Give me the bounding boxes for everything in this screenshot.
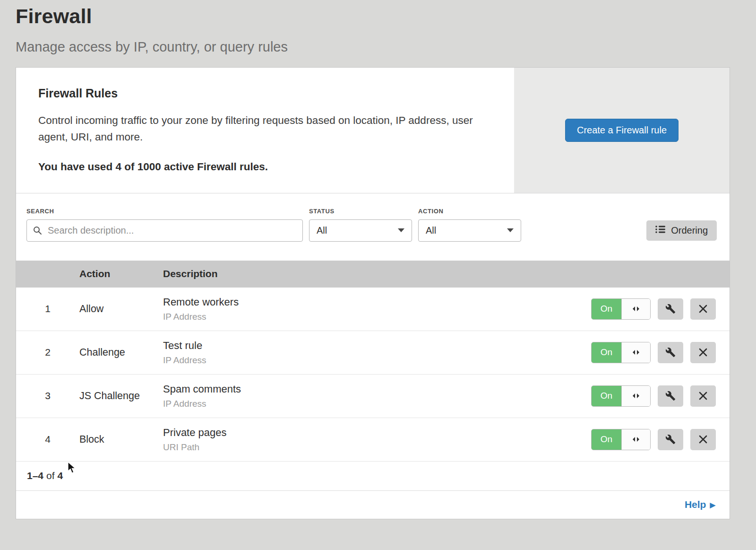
ordering-button-label: Ordering (671, 225, 708, 236)
row-number: 4 (16, 434, 79, 445)
search-box (26, 219, 303, 242)
delete-rule-button[interactable] (690, 342, 716, 363)
table-row: 1 Allow Remote workers IP Address On (16, 288, 730, 331)
row-description: Spam comments IP Address (163, 383, 591, 409)
filter-bar: SEARCH STATUS All ACTION All (16, 193, 730, 261)
help-link-label: Help (685, 499, 706, 510)
status-selected-value: All (317, 225, 327, 236)
toggle-on-label: On (592, 299, 621, 319)
page-subtitle: Manage access by IP, country, or query r… (16, 39, 756, 55)
chevron-down-icon (398, 228, 404, 232)
table-row: 4 Block Private pages URI Path On (16, 418, 730, 462)
row-field-type: URI Path (163, 442, 591, 453)
edit-rule-button[interactable] (658, 385, 683, 407)
table-header: Action Description (16, 261, 730, 288)
left-right-arrows-icon (632, 306, 640, 312)
column-header-action: Action (79, 268, 163, 279)
card-description: Control incoming traffic to your zone by… (38, 113, 485, 146)
row-action: Challenge (79, 347, 163, 358)
row-number: 2 (16, 347, 79, 358)
edit-rule-button[interactable] (658, 298, 683, 320)
delete-rule-button[interactable] (690, 429, 716, 450)
row-field-type: IP Address (163, 355, 591, 366)
row-controls: On (591, 385, 730, 407)
edit-rule-button[interactable] (658, 429, 683, 450)
card-title: Firewall Rules (38, 87, 495, 100)
row-number: 3 (16, 390, 79, 402)
status-select[interactable]: All (309, 219, 412, 242)
help-link[interactable]: Help ▶ (685, 499, 715, 510)
chevron-down-icon (507, 228, 514, 232)
pagination-range: 1–4 (27, 470, 43, 481)
create-firewall-rule-button[interactable]: Create a Firewall rule (565, 119, 679, 142)
card-intro: Firewall Rules Control incoming traffic … (16, 68, 514, 193)
pagination: 1–4 of 4 (16, 462, 730, 491)
delete-rule-button[interactable] (690, 385, 716, 407)
x-icon (699, 305, 707, 313)
left-right-arrows-icon (632, 437, 640, 442)
search-input[interactable] (26, 219, 303, 242)
firewall-rules-card: Firewall Rules Control incoming traffic … (16, 67, 730, 519)
wrench-icon (665, 434, 676, 445)
toggle-on-label: On (592, 386, 621, 406)
row-controls: On (591, 429, 730, 450)
row-description-text: Private pages (163, 427, 591, 439)
card-action-panel: Create a Firewall rule (514, 68, 730, 193)
table-row: 2 Challenge Test rule IP Address On (16, 331, 730, 375)
x-icon (699, 435, 707, 444)
row-controls: On (591, 298, 730, 320)
status-label: STATUS (309, 208, 412, 215)
row-controls: On (591, 342, 730, 363)
row-description: Private pages URI Path (163, 427, 591, 453)
delete-rule-button[interactable] (690, 298, 716, 320)
column-header-description: Description (163, 268, 730, 279)
row-description-text: Test rule (163, 340, 591, 352)
card-top-section: Firewall Rules Control incoming traffic … (16, 68, 730, 193)
toggle-knob[interactable] (621, 342, 650, 363)
rule-enabled-toggle[interactable]: On (591, 298, 651, 320)
pagination-total: 4 (58, 470, 63, 481)
pagination-separator: of (46, 470, 55, 481)
search-icon (33, 226, 42, 237)
toggle-knob[interactable] (621, 429, 650, 450)
search-label: SEARCH (26, 208, 303, 215)
x-icon (699, 392, 707, 400)
rule-enabled-toggle[interactable]: On (591, 342, 651, 363)
row-number: 1 (16, 303, 79, 314)
usage-summary: You have used 4 of 1000 active Firewall … (38, 161, 495, 173)
right-triangle-icon: ▶ (710, 501, 715, 508)
left-right-arrows-icon (632, 349, 640, 355)
table-row: 3 JS Challenge Spam comments IP Address … (16, 375, 730, 418)
toggle-on-label: On (592, 429, 621, 450)
row-description-text: Spam comments (163, 383, 591, 395)
toggle-knob[interactable] (621, 386, 650, 406)
rule-enabled-toggle[interactable]: On (591, 385, 651, 407)
row-action: Allow (79, 303, 163, 315)
wrench-icon (665, 391, 676, 401)
action-filter-group: ACTION All (418, 208, 521, 242)
action-label: ACTION (418, 208, 521, 215)
action-select[interactable]: All (418, 219, 521, 242)
toggle-on-label: On (592, 342, 621, 363)
row-field-type: IP Address (163, 399, 591, 409)
left-right-arrows-icon (632, 393, 640, 399)
row-field-type: IP Address (163, 312, 591, 322)
row-action: Block (79, 434, 163, 445)
status-filter-group: STATUS All (309, 208, 412, 242)
row-description: Test rule IP Address (163, 340, 591, 366)
action-selected-value: All (426, 225, 436, 236)
ordering-button[interactable]: Ordering (646, 220, 717, 241)
page-title: Firewall (16, 5, 756, 28)
wrench-icon (665, 347, 676, 358)
help-row: Help ▶ (16, 491, 730, 519)
row-description: Remote workers IP Address (163, 296, 591, 322)
search-filter-group: SEARCH (26, 208, 303, 242)
wrench-icon (665, 304, 676, 314)
rules-table-body: 1 Allow Remote workers IP Address On (16, 288, 730, 462)
row-action: JS Challenge (79, 390, 163, 402)
rule-enabled-toggle[interactable]: On (591, 429, 651, 450)
toggle-knob[interactable] (621, 299, 650, 319)
page-header: Firewall Manage access by IP, country, o… (0, 0, 756, 55)
edit-rule-button[interactable] (658, 342, 683, 363)
x-icon (699, 348, 707, 357)
